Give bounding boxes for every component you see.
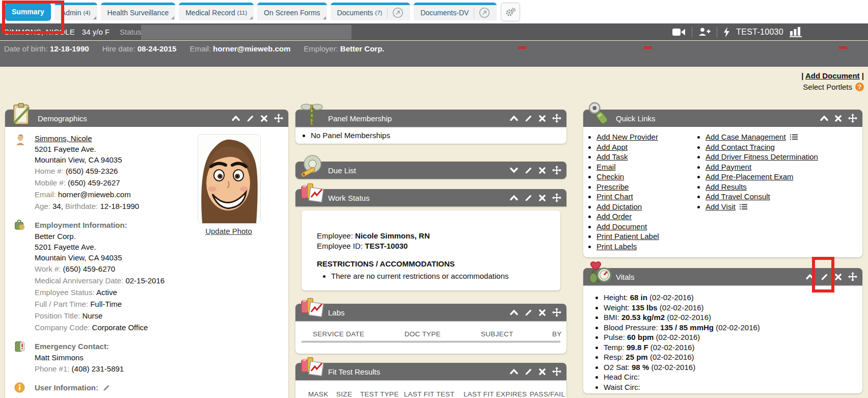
tab-admin[interactable]: Admin(4) [55, 3, 97, 20]
add-person-icon[interactable] [698, 28, 711, 36]
quick-link-item[interactable]: Add Task [596, 152, 698, 162]
quick-link-item[interactable]: Add Driver Fitness Determination [706, 152, 868, 162]
portlet-title: Vitals [616, 273, 634, 281]
vital-item: Pulse: 60 bpm (02-02-2016) [604, 332, 862, 342]
quick-link-item[interactable]: Prescribe [596, 182, 698, 192]
employee-value: Nicole Simmons, RN [355, 231, 430, 240]
close-icon[interactable] [539, 115, 546, 122]
portlet-due-list: Due List [295, 162, 566, 179]
divider [717, 27, 717, 37]
quick-link-item[interactable]: Add Visit [706, 202, 868, 212]
help-icon[interactable]: ? [855, 83, 864, 91]
quick-link-item[interactable]: Print Labels [596, 242, 698, 252]
quick-link-item[interactable]: Print Chart [596, 192, 698, 202]
tab-on-screen-forms[interactable]: On Screen Forms [257, 3, 327, 20]
column-header-by: BY [552, 330, 562, 338]
tab-medical-record[interactable]: Medical Record(11) [179, 3, 254, 20]
close-icon[interactable] [539, 167, 546, 174]
move-icon[interactable] [552, 308, 561, 317]
quick-link-item[interactable]: Add Order [596, 211, 698, 222]
quick-link-item[interactable]: Add Pre-Placement Exam [706, 172, 868, 182]
briefcase-icon [14, 220, 25, 231]
labs-body: SERVICE DATE DOC TYPE SUBJECT BY [295, 321, 566, 354]
patient-id: TEST-10030 [736, 28, 783, 37]
external-link-icon[interactable] [387, 7, 403, 18]
edit-pencil-icon[interactable] [525, 309, 532, 316]
update-photo-link[interactable]: Update Photo [205, 227, 252, 235]
quick-link-item[interactable]: Checkin [596, 172, 698, 182]
close-icon[interactable] [835, 274, 842, 280]
collapse-icon[interactable] [820, 115, 828, 121]
vital-item: Weight: 135 lbs (02-02-2016) [604, 303, 862, 313]
close-icon[interactable] [539, 309, 546, 316]
close-icon[interactable] [539, 195, 546, 201]
move-icon[interactable] [274, 114, 283, 123]
app-root: Summary Admin(4) Health Surveillance Med… [0, 0, 868, 398]
quick-link-item[interactable]: Add Payment [706, 162, 868, 172]
collapse-icon[interactable] [510, 368, 518, 375]
tab-documents-dv[interactable]: Documents-DV [414, 3, 497, 20]
edit-pencil-icon[interactable] [821, 273, 828, 281]
column-header-pass-fail: PASS/FAIL [530, 390, 565, 398]
collapse-icon[interactable] [806, 274, 814, 280]
vital-item: BMI: 20.53 kg/m2 (02-02-2016) [604, 312, 862, 323]
collapse-icon[interactable] [510, 115, 518, 121]
quick-link-item[interactable]: Add Case Management [706, 132, 868, 142]
tab-health-surveillance[interactable]: Health Surveillance [101, 3, 176, 20]
quick-link-item[interactable]: Add New Provider [596, 132, 698, 142]
move-icon[interactable] [552, 166, 561, 175]
quick-link-item[interactable]: Add Document [596, 222, 698, 232]
list-icon[interactable] [740, 204, 747, 210]
quick-link-item[interactable]: Add Appt [596, 142, 698, 152]
divider [692, 27, 692, 37]
collapse-icon[interactable] [510, 195, 518, 201]
tab-label: Summary [12, 8, 44, 16]
quick-link-item[interactable]: Email [596, 162, 698, 172]
select-portlets-link[interactable]: Select Portlets [803, 83, 852, 91]
collapse-icon[interactable] [510, 309, 518, 315]
quick-link-item[interactable]: Add Dictation [596, 202, 698, 212]
vital-item: O2 Sat: 98 % (02-02-2016) [604, 362, 862, 373]
panel-membership-body: No Panel Memberships [295, 127, 566, 144]
close-icon[interactable] [539, 368, 546, 375]
move-icon[interactable] [848, 272, 857, 281]
redaction-mark [644, 46, 652, 49]
patient-name-link[interactable]: Simmons, Nicole [35, 134, 92, 143]
edit-pencil-icon[interactable] [525, 368, 532, 376]
quick-link-item[interactable]: Add Results [706, 182, 868, 192]
vital-item: Resp: 25 pm (02-02-2016) [604, 352, 862, 362]
move-icon[interactable] [552, 114, 561, 123]
edit-pencil-icon[interactable] [525, 167, 532, 174]
quick-link-item[interactable]: Print Patient Label [596, 231, 698, 242]
column-header-subject: SUBJECT [481, 330, 552, 338]
edit-pencil-icon[interactable] [247, 115, 254, 122]
bar-chart-icon[interactable] [790, 27, 802, 37]
video-camera-icon[interactable] [672, 28, 686, 36]
tab-label: Medical Record [185, 9, 235, 17]
edit-pencil-icon[interactable] [525, 115, 532, 122]
move-icon[interactable] [552, 193, 561, 202]
collapse-icon[interactable] [232, 115, 240, 121]
add-document-link[interactable]: Add Document [805, 71, 860, 80]
move-icon[interactable] [552, 367, 561, 376]
tab-bar: Summary Admin(4) Health Surveillance Med… [0, 0, 868, 23]
edit-pencil-icon[interactable] [525, 194, 532, 202]
field-value: Corporate Office [92, 323, 148, 332]
tab-summary[interactable]: Summary [5, 3, 51, 21]
settings-button[interactable] [501, 3, 520, 21]
quick-link-item[interactable]: Add Travel Consult [706, 192, 868, 202]
expand-icon[interactable] [510, 167, 518, 173]
close-icon[interactable] [261, 115, 267, 122]
move-icon[interactable] [848, 114, 857, 123]
portlet-title: Work Status [328, 194, 369, 202]
vital-item: Head Circ: [604, 372, 862, 382]
close-icon[interactable] [835, 115, 842, 122]
tab-documents[interactable]: Documents(7) [331, 3, 411, 20]
portlet-title: Labs [328, 308, 345, 317]
work-status-body: Employee: Nicole Simmons, RN Employee ID… [302, 210, 560, 290]
quick-link-item[interactable]: Add Contact Tracing [706, 142, 868, 152]
external-link-icon[interactable] [474, 7, 490, 18]
lightning-icon[interactable] [723, 27, 730, 37]
list-icon[interactable] [790, 134, 798, 140]
edit-pencil-icon[interactable] [103, 384, 110, 391]
